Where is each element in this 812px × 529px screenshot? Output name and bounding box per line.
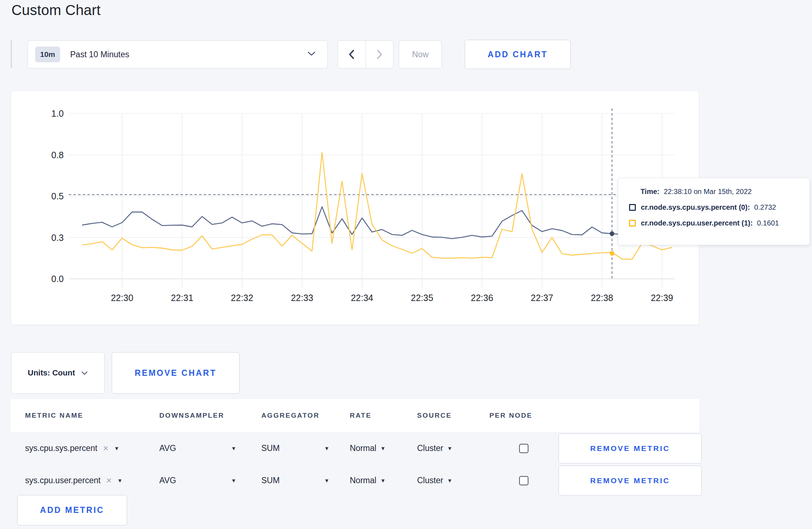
caret-down-icon: ▼ [231, 477, 236, 484]
chart-tooltip: Time: 22:38:10 on Mar 15th, 2022 cr.node… [618, 178, 810, 245]
x-tick-label: 22:34 [351, 293, 373, 303]
x-tick-label: 22:39 [651, 293, 673, 303]
crosshair-marker [610, 231, 614, 236]
source-select[interactable]: Cluster ▼ [417, 443, 489, 453]
time-range-badge: 10m [35, 47, 60, 62]
x-tick-label: 22:37 [531, 293, 554, 303]
tooltip-series-value: 0.2732 [754, 203, 776, 212]
time-range-select[interactable]: 10m Past 10 Minutes [28, 40, 328, 68]
metrics-table-header: METRIC NAME DOWNSAMPLER AGGREGATOR RATE … [11, 399, 699, 432]
series-line-cr.node.sys.cpu.sys.percent [82, 207, 672, 239]
x-tick-label: 22:32 [231, 293, 253, 303]
y-tick-label: 0.0 [51, 274, 64, 284]
y-tick-label: 0.3 [51, 233, 64, 243]
add-metric-button[interactable]: ADD METRIC [17, 495, 127, 525]
remove-chart-button[interactable]: REMOVE CHART [112, 352, 240, 394]
source-value: Cluster [417, 443, 443, 453]
clear-metric-icon[interactable]: × [106, 476, 112, 485]
toolbar-divider [11, 40, 12, 68]
downsampler-value: AVG [159, 476, 176, 485]
metric-table-row: sys.cpu.user.percent × ▼ AVG ▼ SUM ▼ Nor… [11, 464, 699, 497]
x-tick-label: 22:35 [411, 293, 433, 303]
rate-value: Normal [350, 443, 376, 453]
caret-down-icon: ▼ [324, 445, 329, 451]
rate-select[interactable]: Normal ▼ [350, 476, 417, 485]
tooltip-series-label: cr.node.sys.cpu.sys.percent (0): [641, 203, 750, 212]
x-tick-label: 22:38 [591, 293, 613, 303]
metric-name-value: sys.cpu.sys.percent [25, 443, 97, 453]
col-header-aggregator: AGGREGATOR [261, 412, 350, 419]
downsampler-value: AVG [159, 443, 176, 453]
aggregator-value: SUM [261, 443, 280, 453]
units-label: Units: Count [28, 368, 75, 378]
per-node-checkbox[interactable] [519, 444, 528, 453]
now-button[interactable]: Now [399, 40, 442, 68]
units-select[interactable]: Units: Count [11, 352, 105, 394]
time-pager [338, 40, 393, 68]
x-tick-label: 22:30 [111, 293, 134, 303]
per-node-checkbox[interactable] [519, 476, 528, 485]
chevron-left-icon [347, 49, 356, 60]
page-title: Custom Chart [11, 2, 101, 18]
next-interval-button[interactable] [366, 41, 393, 68]
x-tick-label: 22:33 [291, 293, 313, 303]
y-tick-label: 0.5 [51, 191, 64, 201]
x-tick-label: 22:36 [471, 293, 493, 303]
downsampler-select[interactable]: AVG ▼ [159, 476, 236, 485]
clear-metric-icon[interactable]: × [103, 444, 108, 453]
aggregator-select[interactable]: SUM ▼ [261, 476, 329, 485]
y-tick-label: 0.8 [51, 150, 64, 160]
tooltip-time-value: 22:38:10 on Mar 15th, 2022 [664, 188, 752, 196]
chevron-down-icon [81, 371, 88, 375]
col-header-downsampler: DOWNSAMPLER [159, 412, 261, 419]
series-swatch-user [629, 220, 636, 227]
caret-down-icon: ▼ [114, 445, 120, 451]
crosshair-marker [610, 251, 614, 256]
remove-metric-button[interactable]: REMOVE METRIC [559, 433, 702, 464]
tooltip-time-label: Time: [641, 188, 659, 196]
downsampler-select[interactable]: AVG ▼ [159, 443, 236, 453]
chevron-down-icon [307, 51, 316, 58]
source-value: Cluster [417, 476, 443, 485]
aggregator-value: SUM [261, 476, 280, 485]
caret-down-icon: ▼ [380, 445, 386, 451]
caret-down-icon: ▼ [447, 477, 453, 484]
y-tick-label: 1.0 [51, 108, 64, 118]
col-header-source: SOURCE [417, 412, 489, 419]
caret-down-icon: ▼ [117, 477, 123, 484]
tooltip-series-value: 0.1601 [757, 219, 779, 227]
chevron-right-icon [375, 49, 384, 60]
rate-value: Normal [350, 476, 376, 485]
metric-name-select[interactable]: sys.cpu.user.percent × ▼ [25, 476, 159, 485]
col-header-per-node: PER NODE [489, 412, 559, 419]
series-line-cr.node.sys.cpu.user.percent [82, 152, 672, 259]
timeseries-chart[interactable]: 0.00.30.50.81.022:3022:3122:3222:3322:34… [11, 91, 700, 325]
col-header-metric-name: METRIC NAME [25, 412, 159, 419]
aggregator-select[interactable]: SUM ▼ [261, 443, 329, 453]
rate-select[interactable]: Normal ▼ [350, 443, 417, 453]
tooltip-series-label: cr.node.sys.cpu.user.percent (1): [641, 219, 753, 227]
caret-down-icon: ▼ [380, 477, 386, 484]
chart-card: 0.00.30.50.81.022:3022:3122:3222:3322:34… [11, 91, 699, 325]
metric-name-value: sys.cpu.user.percent [25, 476, 101, 485]
caret-down-icon: ▼ [231, 445, 236, 451]
add-chart-button[interactable]: ADD CHART [465, 40, 571, 69]
caret-down-icon: ▼ [447, 445, 453, 451]
col-header-rate: RATE [350, 412, 417, 419]
time-range-label: Past 10 Minutes [70, 50, 129, 59]
metric-name-select[interactable]: sys.cpu.sys.percent × ▼ [25, 443, 159, 453]
prev-interval-button[interactable] [338, 41, 366, 68]
series-swatch-sys [629, 204, 636, 211]
x-tick-label: 22:31 [171, 293, 193, 303]
caret-down-icon: ▼ [324, 477, 329, 484]
source-select[interactable]: Cluster ▼ [417, 476, 489, 485]
remove-metric-button[interactable]: REMOVE METRIC [559, 466, 702, 496]
metric-table-row: sys.cpu.sys.percent × ▼ AVG ▼ SUM ▼ Norm… [11, 432, 699, 465]
